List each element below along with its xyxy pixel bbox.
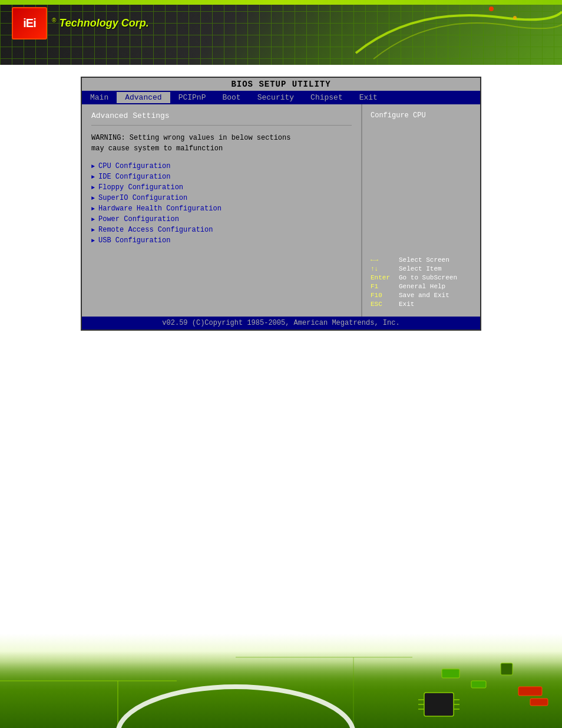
key-row-f10: F10 Save and Exit bbox=[371, 292, 472, 299]
warning-line1: WARNING: Setting wrong values in below s… bbox=[91, 134, 290, 142]
separator bbox=[91, 125, 352, 126]
bios-footer: v02.59 (C)Copyright 1985-2005, American … bbox=[82, 317, 480, 330]
svg-rect-7 bbox=[442, 669, 459, 678]
menu-item-advanced[interactable]: Advanced bbox=[117, 92, 170, 103]
svg-rect-11 bbox=[530, 699, 548, 706]
menu-hardware-config[interactable]: ► Hardware Health Configuration bbox=[91, 203, 352, 214]
svg-rect-8 bbox=[471, 681, 486, 688]
menu-item-pcinp[interactable]: PCIPnP bbox=[170, 92, 214, 103]
key-row-esc: ESC Exit bbox=[371, 301, 472, 308]
key-row-enter: Enter Go to SubScreen bbox=[371, 274, 472, 281]
menu-item-boot[interactable]: Boot bbox=[214, 92, 249, 103]
key-bindings-section: ←→ Select Screen ↑↓ Select Item Enter Go… bbox=[371, 256, 472, 309]
bios-title: BIOS SETUP UTILITY bbox=[231, 80, 330, 89]
menu-item-exit[interactable]: Exit bbox=[351, 92, 386, 103]
key-select-item: Select Item bbox=[399, 265, 442, 272]
arrow-floppy: ► bbox=[91, 185, 95, 191]
footer-svg bbox=[0, 634, 562, 728]
key-row-item: ↑↓ Select Item bbox=[371, 265, 472, 272]
config-menu-list: ► CPU Configuration ► IDE Configuration … bbox=[91, 161, 352, 246]
menu-power-config[interactable]: ► Power Configuration bbox=[91, 214, 352, 225]
menu-item-main[interactable]: Main bbox=[82, 92, 117, 103]
arrow-power: ► bbox=[91, 216, 95, 223]
key-general-help: General Help bbox=[399, 283, 445, 290]
logo-container: iEi ® Technology Corp. bbox=[12, 7, 149, 39]
svg-point-6 bbox=[118, 687, 353, 728]
bios-right-panel: Configure CPU ←→ Select Screen ↑↓ Select… bbox=[362, 104, 480, 317]
power-config-label: Power Configuration bbox=[98, 215, 179, 223]
arrow-hardware: ► bbox=[91, 206, 95, 212]
key-f10: F10 bbox=[371, 292, 395, 299]
usb-config-label: USB Configuration bbox=[98, 236, 170, 245]
menu-usb-config[interactable]: ► USB Configuration bbox=[91, 235, 352, 246]
main-content: BIOS SETUP UTILITY Main Advanced PCIPnP … bbox=[0, 65, 562, 342]
header-decoration bbox=[326, 0, 562, 65]
menu-remote-config[interactable]: ► Remote Access Configuration bbox=[91, 225, 352, 235]
right-inner: Configure CPU ←→ Select Screen ↑↓ Select… bbox=[371, 111, 472, 309]
floppy-config-label: Floppy Configuration bbox=[98, 183, 183, 192]
key-row-screen: ←→ Select Screen bbox=[371, 256, 472, 263]
arrow-cpu: ► bbox=[91, 163, 95, 170]
menu-cpu-config[interactable]: ► CPU Configuration bbox=[91, 161, 352, 172]
warning-text: WARNING: Setting wrong values in below s… bbox=[91, 133, 352, 154]
svg-rect-12 bbox=[424, 693, 454, 716]
logo-box: iEi bbox=[12, 7, 47, 39]
arrow-usb: ► bbox=[91, 238, 95, 244]
key-save-exit: Save and Exit bbox=[399, 292, 449, 299]
key-go-to-subscreen: Go to SubScreen bbox=[399, 274, 457, 281]
registered-mark: ® bbox=[52, 17, 56, 24]
key-f1: F1 bbox=[371, 283, 395, 290]
svg-point-0 bbox=[489, 6, 494, 11]
header: iEi ® Technology Corp. bbox=[0, 0, 562, 65]
menu-item-security[interactable]: Security bbox=[249, 92, 302, 103]
arrow-ide: ► bbox=[91, 174, 95, 180]
footer-text: v02.59 (C)Copyright 1985-2005, American … bbox=[162, 319, 399, 327]
menu-floppy-config[interactable]: ► Floppy Configuration bbox=[91, 182, 352, 193]
section-title: Advanced Settings bbox=[91, 111, 352, 120]
arrow-remote: ► bbox=[91, 227, 95, 233]
help-text: Configure CPU bbox=[371, 111, 472, 120]
key-row-f1: F1 General Help bbox=[371, 283, 472, 290]
menu-ide-config[interactable]: ► IDE Configuration bbox=[91, 172, 352, 182]
footer-decoration bbox=[0, 634, 562, 728]
warning-line2: may cause system to malfunction bbox=[91, 144, 223, 153]
logo-text: iEi bbox=[23, 17, 35, 30]
company-tagline: ® Technology Corp. bbox=[52, 17, 149, 29]
superio-config-label: SuperIO Configuration bbox=[98, 194, 187, 202]
key-ud-arrows: ↑↓ bbox=[371, 265, 395, 272]
svg-rect-10 bbox=[518, 687, 542, 696]
key-exit: Exit bbox=[399, 301, 414, 308]
bios-title-bar: BIOS SETUP UTILITY bbox=[82, 78, 480, 91]
bios-left-panel: Advanced Settings WARNING: Setting wrong… bbox=[82, 104, 362, 317]
menu-superio-config[interactable]: ► SuperIO Configuration bbox=[91, 193, 352, 203]
hardware-config-label: Hardware Health Configuration bbox=[98, 205, 222, 213]
ide-config-label: IDE Configuration bbox=[98, 173, 170, 181]
bios-panel: BIOS SETUP UTILITY Main Advanced PCIPnP … bbox=[81, 77, 481, 331]
key-esc: ESC bbox=[371, 301, 395, 308]
key-lr-arrows: ←→ bbox=[371, 256, 395, 263]
menu-item-chipset[interactable]: Chipset bbox=[302, 92, 351, 103]
key-enter: Enter bbox=[371, 274, 395, 281]
svg-point-1 bbox=[513, 16, 517, 19]
key-select-screen: Select Screen bbox=[399, 256, 449, 263]
arrow-superio: ► bbox=[91, 195, 95, 202]
bios-menu-bar: Main Advanced PCIPnP Boot Security Chips… bbox=[82, 91, 480, 104]
svg-rect-9 bbox=[501, 663, 513, 675]
company-name: Technology Corp. bbox=[59, 17, 148, 29]
bios-body: Advanced Settings WARNING: Setting wrong… bbox=[82, 104, 480, 317]
remote-config-label: Remote Access Configuration bbox=[98, 226, 213, 234]
cpu-config-label: CPU Configuration bbox=[98, 162, 170, 170]
